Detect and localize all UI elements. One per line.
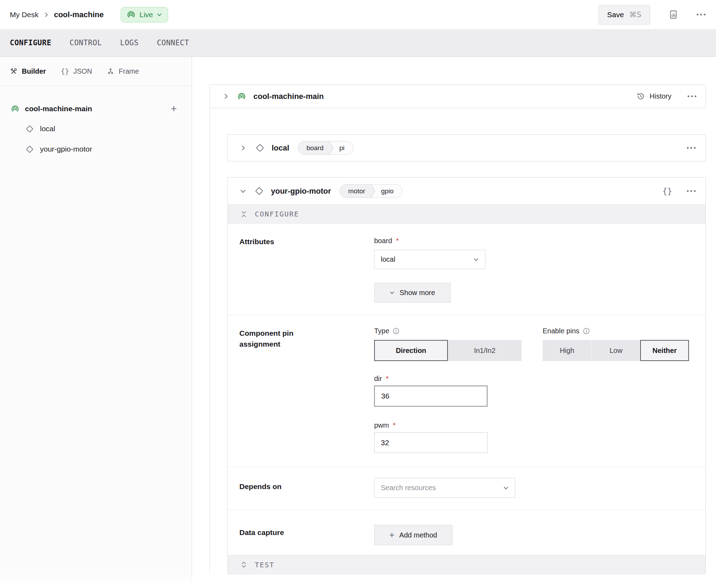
collapse-section-icon[interactable] <box>241 211 246 217</box>
motor-type-model-badge: motor gpio <box>339 184 403 198</box>
pin-type-option-direction[interactable]: Direction <box>374 340 448 361</box>
broadcast-icon <box>237 92 246 101</box>
enable-pins-option-neither[interactable]: Neither <box>640 340 689 361</box>
enable-pins-option-low[interactable]: Low <box>591 340 640 361</box>
view-tab-builder[interactable]: Builder <box>10 67 46 75</box>
depends-on-placeholder: Search resources <box>381 484 436 492</box>
chevron-down-icon <box>157 13 162 17</box>
enable-pins-toggle: High Low Neither <box>543 340 689 361</box>
attributes-section: Attributes board* local Show more <box>228 223 705 315</box>
enable-pins-field-label: Enable pins <box>543 327 590 335</box>
diamond-icon <box>25 125 34 133</box>
data-capture-section: Data capture + Add method <box>228 510 705 554</box>
tree-item-machine-main-label: cool-machine-main <box>25 105 92 113</box>
live-status-label: Live <box>140 11 153 19</box>
plus-icon: + <box>390 531 395 539</box>
expand-chevron-icon[interactable] <box>241 145 246 151</box>
tag-separator-chevron <box>329 141 334 155</box>
history-button[interactable]: History <box>636 92 671 101</box>
breadcrumb-chevron-icon <box>44 12 48 17</box>
show-more-label: Show more <box>399 289 435 297</box>
tab-control[interactable]: CONTROL <box>69 39 102 47</box>
show-more-button[interactable]: Show more <box>374 283 451 303</box>
collapse-chevron-icon[interactable] <box>240 189 246 194</box>
gpio-motor-title: your-gpio-motor <box>271 187 331 196</box>
machine-options-menu[interactable] <box>697 14 705 15</box>
configure-section-label: CONFIGURE <box>255 210 299 218</box>
info-icon[interactable] <box>583 327 590 335</box>
tree-item-local[interactable]: local <box>0 119 192 139</box>
add-method-label: Add method <box>399 531 437 539</box>
depends-on-heading: Depends on <box>239 482 281 491</box>
save-shortcut-hint: ⌘S <box>629 11 641 19</box>
configure-main-panel: cool-machine-main History local board pi <box>192 57 716 588</box>
info-icon[interactable] <box>392 327 400 335</box>
view-tab-json[interactable]: {} JSON <box>61 67 92 75</box>
braces-icon: {} <box>61 67 69 75</box>
machine-part-title: cool-machine-main <box>253 92 324 101</box>
board-field-label: board* <box>374 237 399 245</box>
breadcrumb-parent-link[interactable]: My Desk <box>10 11 39 19</box>
board-select[interactable]: local <box>374 250 485 269</box>
expand-chevron-icon[interactable] <box>224 93 228 99</box>
chevron-down-icon <box>390 291 395 295</box>
diamond-icon <box>255 143 265 153</box>
gpio-motor-card: your-gpio-motor motor gpio {} CONFIGURE … <box>227 177 706 574</box>
save-button-label: Save <box>607 11 624 19</box>
local-card-menu[interactable] <box>687 147 696 149</box>
chevron-down-icon <box>473 258 479 262</box>
required-marker: * <box>386 375 389 383</box>
broadcast-icon <box>11 104 20 113</box>
history-label: History <box>650 92 671 100</box>
top-bar-actions: Save ⌘S <box>598 5 710 25</box>
pin-assignment-section: Component pin assignment Type Direction … <box>228 315 705 467</box>
local-board-card: local board pi <box>227 134 706 161</box>
machine-part-menu[interactable] <box>688 95 696 97</box>
depends-on-select[interactable]: Search resources <box>374 478 515 498</box>
expand-section-icon[interactable] <box>241 562 246 568</box>
edit-json-button[interactable]: {} <box>662 187 672 196</box>
diamond-icon <box>25 145 34 154</box>
required-marker: * <box>393 421 396 429</box>
pin-type-toggle: Direction In1/In2 <box>374 340 522 361</box>
tab-logs[interactable]: LOGS <box>120 39 139 47</box>
live-status-dropdown[interactable]: Live <box>121 7 168 22</box>
board-select-value: local <box>381 255 395 263</box>
pwm-field-label: pwm* <box>374 421 396 429</box>
component-type-tag: motor <box>340 185 375 198</box>
data-capture-heading: Data capture <box>239 528 284 537</box>
viam-configure-screen: My Desk cool-machine Live Save ⌘S CONFIG… <box>0 0 716 588</box>
tree-item-your-gpio-motor-label: your-gpio-motor <box>40 145 92 153</box>
configure-section-header: CONFIGURE <box>228 205 705 223</box>
tab-configure[interactable]: CONFIGURE <box>10 39 51 47</box>
tree-item-local-label: local <box>40 125 55 133</box>
tree-item-machine-main[interactable]: cool-machine-main + <box>0 99 192 119</box>
machine-metrics-icon[interactable] <box>669 10 678 19</box>
local-card-title: local <box>272 143 289 153</box>
enable-pins-option-high[interactable]: High <box>543 340 591 361</box>
breadcrumb: My Desk cool-machine <box>10 10 104 19</box>
configure-sidebar: Builder {} JSON Frame cool-machine-main … <box>0 57 192 588</box>
add-component-button[interactable]: + <box>171 103 177 114</box>
local-type-model-badge: board pi <box>298 141 353 155</box>
component-model-tag: pi <box>334 141 353 154</box>
pin-type-option-in1in2[interactable]: In1/In2 <box>448 340 522 361</box>
diamond-icon <box>254 186 264 196</box>
add-method-button[interactable]: + Add method <box>374 525 452 545</box>
motor-card-menu[interactable] <box>687 190 696 192</box>
view-tab-frame-label: Frame <box>119 67 139 75</box>
attributes-heading: Attributes <box>239 238 274 246</box>
pin-assignment-heading: Component pin assignment <box>239 328 315 349</box>
machine-part-card: cool-machine-main History <box>210 85 706 108</box>
tools-icon <box>10 67 18 75</box>
dir-pin-input[interactable] <box>374 386 488 407</box>
machine-part-tree: cool-machine-main + local your-gpio-moto… <box>0 86 192 159</box>
gpio-motor-card-header: your-gpio-motor motor gpio {} <box>228 178 705 205</box>
test-section-label: TEST <box>255 561 274 569</box>
tab-connect[interactable]: CONNECT <box>157 39 189 47</box>
save-button[interactable]: Save ⌘S <box>598 5 650 25</box>
pwm-pin-input[interactable] <box>374 432 488 453</box>
type-field-label: Type <box>374 327 400 335</box>
tree-item-your-gpio-motor[interactable]: your-gpio-motor <box>0 139 192 159</box>
view-tab-frame[interactable]: Frame <box>107 67 139 75</box>
